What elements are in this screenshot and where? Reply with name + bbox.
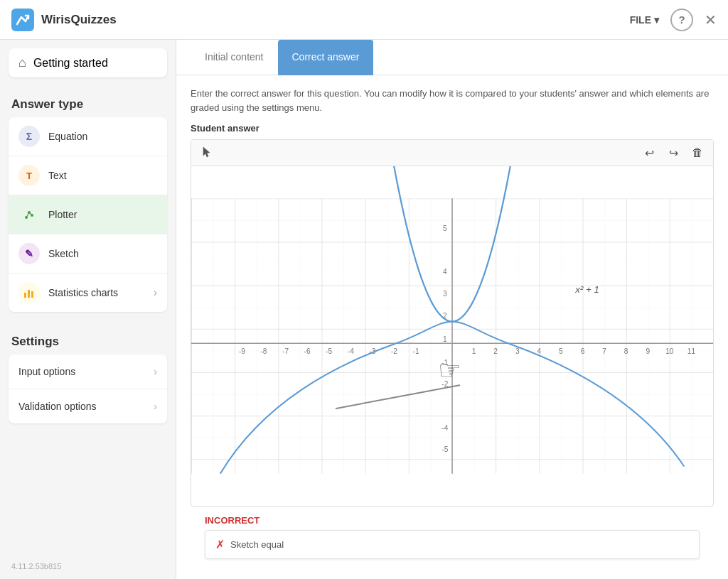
svg-text:-1: -1 <box>412 347 419 355</box>
sidebar: ⌂ Getting started Answer type Σ Equation… <box>0 40 176 579</box>
svg-rect-6 <box>24 293 26 298</box>
equation-icon: Σ <box>18 126 40 147</box>
tab-correct-answer[interactable]: Correct answer <box>278 40 374 75</box>
svg-text:-4: -4 <box>441 424 448 432</box>
svg-text:-7: -7 <box>282 347 289 355</box>
plotter-label: Plotter <box>48 209 77 220</box>
version-text: 4.11.2.53b815 <box>0 553 176 579</box>
pointer-icon <box>200 146 214 160</box>
stats-label: Statistics charts <box>48 287 118 298</box>
svg-text:3: 3 <box>443 290 447 298</box>
close-button[interactable]: ✕ <box>705 11 717 28</box>
validation-options-item[interactable]: Validation options › <box>9 389 167 423</box>
file-button[interactable]: FILE ▾ <box>630 14 659 26</box>
svg-line-5 <box>29 212 32 215</box>
svg-rect-0 <box>11 9 34 31</box>
student-answer-label: Student answer <box>191 123 714 134</box>
sidebar-home[interactable]: ⌂ Getting started <box>9 48 167 77</box>
sketch-icon: ✎ <box>18 243 40 264</box>
plotter-icon <box>18 204 40 225</box>
topbar-left: WirisQuizzes <box>11 9 117 31</box>
sketch-label: Sketch <box>48 248 79 259</box>
graph-area[interactable]: -9 -8 -7 -6 -5 -4 -3 -2 -1 1 2 3 4 5 <box>191 166 713 506</box>
description-text: Enter the correct answer for this questi… <box>191 87 714 114</box>
delete-button[interactable]: 🗑 <box>687 143 707 163</box>
svg-text:8: 8 <box>624 347 628 355</box>
cursor-hand: ☞ <box>438 356 461 385</box>
svg-text:3: 3 <box>515 347 520 355</box>
chevron-down-icon: ▾ <box>654 14 659 26</box>
tab-initial-content[interactable]: Initial content <box>191 40 278 75</box>
settings-title: Settings <box>0 323 176 355</box>
undo-button[interactable]: ↩ <box>639 143 659 163</box>
svg-text:10: 10 <box>665 347 674 355</box>
tabs: Initial content Correct answer <box>176 40 728 75</box>
equation-label: Equation <box>48 131 87 142</box>
home-icon: ⌂ <box>18 55 26 70</box>
text-icon: T <box>18 165 40 186</box>
svg-text:1: 1 <box>443 335 447 343</box>
svg-text:5: 5 <box>559 347 563 355</box>
svg-line-4 <box>26 212 29 217</box>
graph-svg: -9 -8 -7 -6 -5 -4 -3 -2 -1 1 2 3 4 5 <box>191 166 713 506</box>
settings-section: Settings Input options › Validation opti… <box>0 323 176 423</box>
topbar-right: FILE ▾ ? ✕ <box>630 9 717 31</box>
svg-text:☞: ☞ <box>438 356 461 385</box>
topbar: WirisQuizzes FILE ▾ ? ✕ <box>0 0 728 40</box>
graph-toolbar: ↩ ↪ 🗑 <box>191 140 713 166</box>
main-layout: ⌂ Getting started Answer type Σ Equation… <box>0 40 728 579</box>
x-icon: ✗ <box>215 538 225 551</box>
input-options-item[interactable]: Input options › <box>9 355 167 389</box>
input-options-chevron: › <box>154 366 157 377</box>
sidebar-item-plotter[interactable]: Plotter <box>9 195 167 234</box>
sidebar-item-equation[interactable]: Σ Equation <box>9 117 167 156</box>
stats-chevron-icon: › <box>154 286 157 299</box>
svg-text:6: 6 <box>581 347 585 355</box>
svg-text:x² + 1: x² + 1 <box>574 284 599 295</box>
content-body: Enter the correct answer for this questi… <box>176 75 728 579</box>
content-area: Initial content Correct answer Enter the… <box>176 40 728 579</box>
svg-text:7: 7 <box>602 347 606 355</box>
svg-text:-2: -2 <box>391 347 397 355</box>
validation-options-chevron: › <box>154 401 157 412</box>
validation-options-label: Validation options <box>18 401 96 412</box>
svg-text:5: 5 <box>443 224 447 232</box>
incorrect-label: INCORRECT <box>205 515 700 526</box>
svg-rect-7 <box>28 290 30 298</box>
graph-container: ↩ ↪ 🗑 <box>191 139 714 507</box>
sidebar-item-text[interactable]: T Text <box>9 156 167 195</box>
input-options-label: Input options <box>18 366 75 377</box>
help-button[interactable]: ? <box>670 9 693 31</box>
sidebar-item-sketch[interactable]: ✎ Sketch <box>9 234 167 274</box>
svg-text:-5: -5 <box>441 445 448 453</box>
incorrect-item-text: Sketch equal <box>230 539 284 550</box>
svg-text:11: 11 <box>687 347 696 355</box>
svg-text:-9: -9 <box>239 347 245 355</box>
svg-text:-5: -5 <box>326 347 332 355</box>
answer-type-list: Σ Equation T Text Plotter ✎ Sketch <box>9 117 167 312</box>
redo-button[interactable]: ↪ <box>663 143 683 163</box>
sidebar-home-label: Getting started <box>33 57 108 70</box>
toolbar-right: ↩ ↪ 🗑 <box>639 143 707 163</box>
svg-text:-4: -4 <box>348 347 354 355</box>
svg-text:9: 9 <box>646 347 650 355</box>
wiris-logo <box>11 9 34 31</box>
answer-type-title: Answer type <box>0 86 176 117</box>
sidebar-item-statistics[interactable]: Statistics charts › <box>9 274 167 312</box>
app-title: WirisQuizzes <box>41 13 117 27</box>
svg-rect-8 <box>31 291 33 298</box>
settings-list: Input options › Validation options › <box>9 355 167 423</box>
svg-text:-8: -8 <box>260 347 267 355</box>
incorrect-section: INCORRECT ✗ Sketch equal <box>191 507 714 568</box>
svg-text:-6: -6 <box>304 347 311 355</box>
toolbar-left <box>197 143 217 163</box>
stats-icon <box>18 282 40 303</box>
svg-text:4: 4 <box>443 268 447 276</box>
text-label: Text <box>48 170 67 181</box>
pointer-tool-button[interactable] <box>197 143 217 163</box>
svg-text:2: 2 <box>493 347 498 355</box>
incorrect-item: ✗ Sketch equal <box>205 530 700 559</box>
svg-text:1: 1 <box>472 347 476 355</box>
